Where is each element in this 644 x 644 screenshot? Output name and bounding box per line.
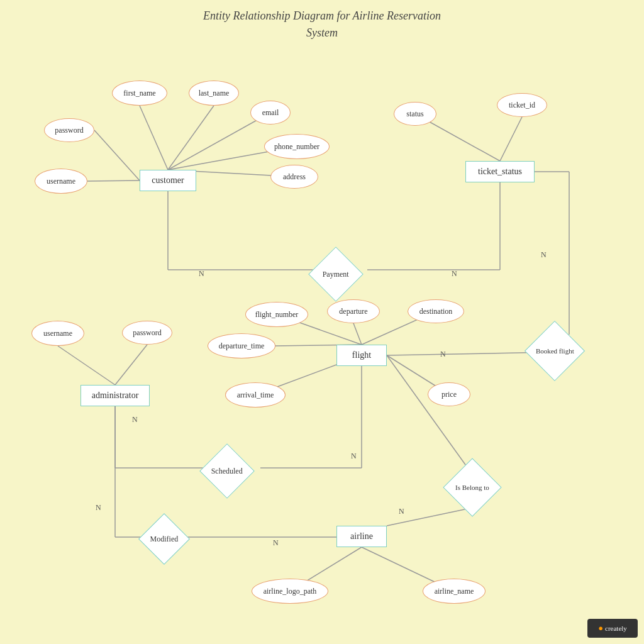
- cardinality-9: N: [273, 538, 279, 548]
- attr-price: price: [428, 382, 470, 406]
- cardinality-2: N: [452, 269, 457, 279]
- attr-status: status: [394, 102, 436, 126]
- entity-airline: airline: [336, 526, 387, 547]
- cardinality-7: N: [399, 507, 404, 516]
- cardinality-6: N: [351, 452, 357, 461]
- attr-username-customer: username: [35, 169, 87, 194]
- attr-arrival-time: arrival_time: [225, 382, 286, 408]
- attr-password-customer: password: [44, 118, 94, 142]
- attr-email: email: [250, 101, 291, 125]
- cardinality-5: N: [132, 415, 138, 425]
- attr-username-admin: username: [31, 321, 84, 346]
- svg-line-22: [58, 346, 115, 385]
- attr-airline-logo-path: airline_logo_path: [252, 579, 328, 604]
- svg-line-0: [140, 106, 168, 170]
- entity-ticket-status: ticket_status: [465, 161, 535, 182]
- cardinality-8: N: [96, 503, 101, 513]
- attr-first-name: first_name: [112, 80, 167, 106]
- svg-line-23: [115, 345, 147, 385]
- attr-address: address: [270, 165, 318, 189]
- relationship-scheduled: Scheduled: [199, 443, 255, 499]
- svg-line-8: [500, 117, 522, 161]
- attr-airline-name: airline_name: [423, 579, 486, 604]
- relationship-payment: Payment: [308, 247, 364, 302]
- attr-phone-number: phone_number: [264, 134, 330, 159]
- attr-ticket-id: ticket_id: [497, 93, 547, 117]
- diagram-title: Entity Relationship Diagram for Airline …: [0, 0, 644, 42]
- diagram-container: Entity Relationship Diagram for Airline …: [0, 0, 644, 644]
- svg-line-2: [168, 113, 270, 170]
- cardinality-4: N: [440, 350, 446, 359]
- attr-departure-time: departure_time: [208, 333, 275, 358]
- svg-line-5: [94, 130, 140, 180]
- svg-line-17: [353, 323, 362, 345]
- attr-destination: destination: [408, 299, 464, 323]
- attr-password-admin: password: [122, 321, 172, 345]
- svg-line-1: [168, 106, 214, 170]
- relationship-modified: Modified: [138, 513, 190, 565]
- attr-flight-number: flight_number: [245, 302, 308, 327]
- entity-administrator: administrator: [80, 385, 150, 406]
- svg-line-28: [387, 355, 470, 472]
- entity-customer: customer: [140, 170, 196, 191]
- cardinality-1: N: [199, 269, 204, 279]
- entity-flight: flight: [336, 345, 387, 366]
- watermark: ● creately: [587, 619, 638, 638]
- attr-departure: departure: [327, 299, 380, 323]
- cardinality-3: N: [541, 250, 547, 260]
- relationship-is-belong-to: Is Belong to: [443, 458, 501, 516]
- attr-last-name: last_name: [189, 80, 239, 106]
- svg-line-6: [87, 180, 140, 181]
- relationship-booked-flight: Booked flight: [525, 321, 585, 381]
